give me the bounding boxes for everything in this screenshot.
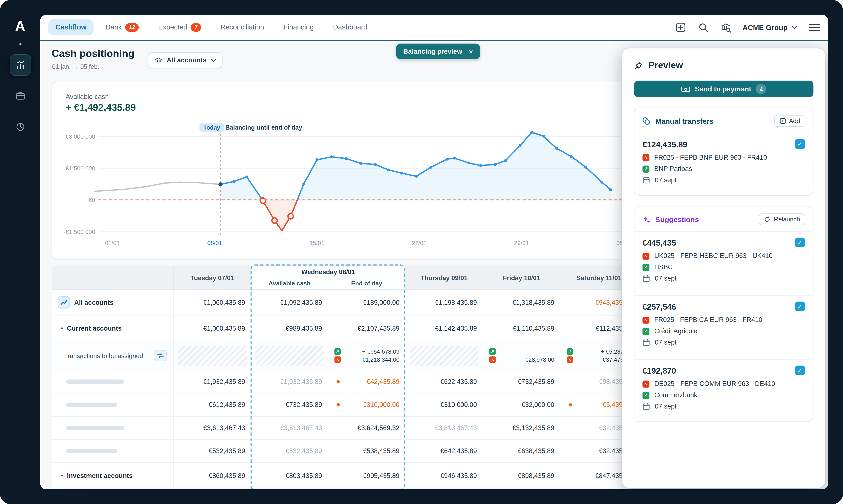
assign-transactions-button[interactable] — [154, 350, 167, 361]
table-cell: €538,435.89 — [328, 440, 406, 463]
banknote-icon — [681, 86, 690, 92]
svg-text:15/01: 15/01 — [309, 239, 324, 246]
table-cell: €732,435.89 — [251, 394, 328, 416]
available-cash-value: + €1,492,435.89 — [66, 102, 136, 113]
inflow-icon: ↗ — [335, 348, 341, 355]
transfer-checkbox[interactable]: ✓ — [795, 238, 805, 247]
chevron-down-icon — [792, 26, 797, 29]
send-to-payment-button[interactable]: Send to payment 4 — [634, 80, 813, 97]
transfer-checkbox[interactable]: ✓ — [795, 139, 805, 149]
tab-dashboard[interactable]: Dashboard — [326, 20, 374, 35]
debit-account-row: ↘FR025 - FEPB BNP EUR 963 - FR410 — [643, 154, 805, 161]
table-cell: €532,435.89 — [251, 440, 328, 463]
table-cell: €3,132,435.89 — [483, 417, 560, 439]
inflow-icon: ↗ — [643, 264, 650, 271]
column-header: Friday 10/01 — [483, 266, 560, 289]
suggestions-title: Suggestions — [656, 215, 699, 223]
collapse-caret-icon: ▾ — [61, 326, 63, 331]
transfer-checkbox[interactable]: ✓ — [795, 365, 805, 375]
table-cell: €189,000.00 — [328, 290, 406, 315]
table-cell — [405, 341, 483, 370]
manual-transfers-list: €124,435.89✓↘FR025 - FEPB BNP EUR 963 - … — [642, 133, 805, 191]
tab-financing[interactable]: Financing — [276, 20, 321, 35]
suggestions-list: €445,435✓↘UK025 - FEPB HSBC EUR 963 - UK… — [642, 231, 805, 417]
sidebar-item-cashflow[interactable] — [10, 54, 31, 76]
svg-text:08/01: 08/01 — [207, 239, 222, 246]
tab-bank[interactable]: Bank12 — [99, 19, 146, 35]
outflow-icon: ↘ — [643, 252, 650, 259]
transfer-checkbox[interactable]: ✓ — [795, 302, 805, 311]
no-data-pattern — [410, 345, 479, 365]
tab-expected[interactable]: Expected7 — [151, 19, 208, 35]
table-cell: €3,613,467.43 — [174, 417, 251, 439]
page-title: Cash positioning — [52, 48, 134, 60]
table-cell: €2,107,435.89 — [328, 316, 406, 341]
search-button[interactable] — [697, 22, 709, 33]
table-cell: €1,932,435.89 — [174, 371, 251, 393]
table-cell: €3,813,467.43 — [405, 417, 483, 439]
menu-button[interactable] — [809, 22, 820, 33]
column-header: Tuesday 07/01 — [174, 266, 251, 289]
table-cell: €42,435.89 — [328, 371, 406, 393]
accounts-filter-dropdown[interactable]: All accounts — [148, 52, 223, 68]
inflow-icon: ↗ — [643, 165, 650, 173]
row-label — [52, 394, 174, 416]
transfer-amount: €192,870 — [643, 366, 676, 375]
table-cell: €860,435.89 — [174, 463, 251, 488]
send-count-badge: 4 — [756, 84, 767, 94]
table-cell: €3,624,569.32 — [328, 417, 406, 439]
row-label — [52, 371, 174, 393]
outflow-icon: ↘ — [643, 380, 650, 387]
relaunch-button[interactable]: Relaunch — [759, 213, 805, 225]
table-cell: €1,198,435.89 — [405, 290, 483, 315]
top-navigation: CashflowBank12Expected7ReconciliationFin… — [40, 15, 828, 41]
sidebar-item-portfolio[interactable] — [10, 85, 31, 107]
warning-dot — [569, 403, 572, 406]
bank-search-button[interactable] — [720, 22, 731, 33]
add-button[interactable] — [675, 22, 686, 33]
app-window: CashflowBank12Expected7ReconciliationFin… — [40, 15, 828, 489]
tab-cashflow[interactable]: Cashflow — [49, 20, 93, 35]
inflow-icon: ↗ — [643, 392, 650, 399]
chevron-down-icon — [211, 58, 216, 62]
date-range: 01 jan. → 05 feb. — [52, 64, 99, 70]
table-cell: €803,435.89 — [251, 463, 328, 488]
column-header: Thursday 09/01 — [405, 266, 483, 289]
plus-square-icon — [675, 22, 686, 33]
row-label[interactable]: All accounts — [52, 290, 174, 315]
app-logo: A — [0, 18, 40, 35]
transfer-amount: €257,546 — [643, 302, 676, 311]
bank-search-icon — [720, 22, 731, 33]
inflow-icon: ↗ — [489, 348, 496, 355]
table-cell: €1,932,435.89 — [251, 371, 328, 393]
warning-dot — [337, 403, 340, 406]
row-label[interactable]: ▾Current accounts — [52, 316, 174, 341]
chart-toggle-icon[interactable] — [57, 296, 70, 308]
row-label — [52, 417, 174, 439]
selected-day-header: Wednesday 08/01Available cashEnd of day — [251, 266, 405, 289]
table-cell: €3,513,467.43 — [251, 417, 328, 439]
warning-dot — [337, 380, 340, 383]
row-label: Transactions to be assigned — [52, 341, 174, 370]
debit-account-row: ↘FR025 - FEPB CA EUR 963 - FR410 — [643, 316, 805, 324]
add-transfer-button[interactable]: Add — [774, 115, 805, 127]
company-selector[interactable]: ACME Group — [742, 23, 797, 32]
close-icon[interactable]: × — [469, 47, 473, 56]
redacted-account-name — [66, 449, 117, 453]
table-cell: €898,435.89 — [483, 463, 560, 488]
sidebar-item-analysis[interactable] — [10, 116, 31, 138]
outflow-icon: ↘ — [567, 357, 573, 363]
available-cash-label: Available cash — [66, 93, 109, 101]
bank-icon — [154, 56, 162, 64]
search-icon — [698, 22, 709, 33]
calendar-icon — [643, 176, 650, 184]
tab-reconciliation[interactable]: Reconciliation — [214, 20, 271, 35]
coins-icon — [642, 117, 651, 125]
table-cell: €638,435.89 — [483, 440, 560, 463]
table-cell: ↗+ €654,678.09↘- €1,218 344.00 — [328, 341, 406, 370]
nav-tabs: CashflowBank12Expected7ReconciliationFin… — [49, 19, 374, 35]
inflow-icon: ↗ — [567, 348, 573, 355]
table-cell: €310,000.00 — [405, 394, 483, 416]
row-label[interactable]: ▾Investment accounts — [52, 463, 174, 488]
table-cell: €532,435.89 — [174, 440, 251, 463]
